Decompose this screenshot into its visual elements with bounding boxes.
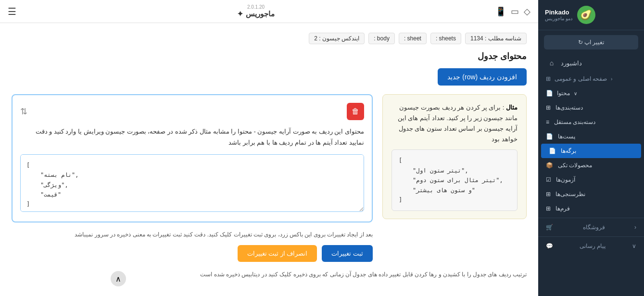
- sidebar-section-content[interactable]: 📄 محتوا ∨: [538, 86, 644, 100]
- messaging-label: پیام رسانی: [580, 243, 606, 249]
- logo-text: ماجوریس ✦: [237, 10, 274, 18]
- sidebar-item-quizzes[interactable]: ☑ آزمون‌ها: [538, 173, 644, 187]
- sidebar-item-categories[interactable]: ⊞ دسته‌بندی‌ها: [538, 100, 644, 115]
- code-example: [ "تیتر ستون اول", "تیتر مثال برای ستون …: [391, 149, 518, 211]
- delete-row-button[interactable]: 🗑: [347, 103, 364, 120]
- diamond-icon[interactable]: ◇: [524, 6, 530, 17]
- row-card: 🗑 ⇅ محتوای این ردیف به صورت آرایه جیسون …: [12, 94, 373, 222]
- sheets-tag: sheets :: [430, 33, 461, 44]
- categories-icon: ⊞: [546, 104, 551, 111]
- page-body: شناسه مطلب : 1134 sheets : sheet : body …: [0, 23, 538, 296]
- refresh-button[interactable]: ↻ تغییر اپ: [544, 35, 638, 49]
- sidebar-standalone-label: دسته‌بندی مستقل: [554, 119, 595, 125]
- sidebar-blocks-label: برگه‌ها: [561, 148, 576, 154]
- user-role: دمو ماجوریس: [545, 16, 572, 21]
- standalone-icon: ≡: [546, 119, 549, 125]
- explanation-text: مثال : برای پر کردن هر ردیف بصورت جیسون …: [391, 102, 518, 145]
- sidebar-item-dashboard-label: داشبورد: [561, 60, 582, 67]
- sidebar-surveys-label: نظرسنجی‌ها: [556, 191, 585, 197]
- username: Pinkado: [545, 9, 572, 16]
- explanation-body: : برای پر کردن هر ردیف بصورت جیسون مانند…: [398, 104, 518, 143]
- sidebar-posts-label: پست‌ها: [558, 133, 575, 140]
- home-icon: ⌂: [547, 59, 556, 67]
- sidebar-forms-label: فرم‌ها: [556, 205, 570, 212]
- sidebar: Pinkado دمو ماجوریس 🥑 ↻ تغییر اپ ⌂ داشبو…: [538, 0, 644, 296]
- topbar-left: ◇ ▭ 📱: [495, 6, 530, 17]
- quizzes-icon: ☑: [546, 176, 551, 183]
- explanation-box: مثال : برای پر کردن هر ردیف بصورت جیسون …: [382, 94, 527, 219]
- save-button[interactable]: ثبت تغییرات: [322, 245, 373, 262]
- divider-2: [538, 236, 644, 237]
- main-page-icon: ⊞: [546, 75, 551, 82]
- posts-icon: 📄: [546, 133, 553, 140]
- sidebar-section-store[interactable]: 🛒 فروشگاه ›: [538, 220, 644, 234]
- version-label: 2.0.1.20: [247, 4, 265, 10]
- row-description: محتوای این ردیف به صورت آرایه جیسون - مح…: [20, 126, 364, 148]
- store-chevron-icon: ›: [634, 224, 636, 231]
- scroll-up-button[interactable]: ∧: [111, 271, 126, 286]
- tablet-icon[interactable]: ▭: [511, 6, 519, 17]
- sort-icon[interactable]: ⇅: [20, 106, 27, 117]
- section-title: محتوای جدول: [12, 51, 527, 62]
- sidebar-categories-label: دسته‌بندی‌ها: [556, 104, 583, 111]
- chevron-right-icon: ›: [611, 76, 612, 82]
- mobile-icon[interactable]: 📱: [495, 6, 506, 17]
- forms-icon: ⊞: [546, 205, 551, 212]
- sidebar-quizzes-label: آزمون‌ها: [556, 176, 575, 183]
- chevron-down-icon: ∨: [574, 91, 577, 96]
- explanation-bold: مثال: [506, 104, 518, 111]
- messaging-icon: 💬: [546, 243, 553, 249]
- sidebar-content-label: محتوا: [557, 90, 570, 97]
- messaging-chevron-icon: ∨: [632, 243, 636, 249]
- footer-note: ترتیب ردیف های جدول را با کشیدن و رها کر…: [12, 270, 527, 280]
- sidebar-header: Pinkado دمو ماجوریس 🥑: [538, 0, 644, 30]
- sidebar-item-dashboard[interactable]: ⌂ داشبورد: [538, 54, 644, 72]
- action-buttons: ثبت تغییرات انصراف از ثبت تغییرات: [12, 245, 373, 262]
- user-info: Pinkado دمو ماجوریس: [545, 9, 572, 21]
- store-label: فروشگاه: [583, 224, 605, 231]
- row-card-header: 🗑 ⇅: [20, 103, 364, 120]
- breadcrumb-row: شناسه مطلب : 1134 sheets : sheet : body …: [12, 33, 527, 44]
- sidebar-item-posts[interactable]: 📄 پست‌ها: [538, 129, 644, 144]
- hamburger-icon[interactable]: ☰: [8, 6, 16, 17]
- json-index-tag: ایندکس جیسون : 2: [309, 33, 365, 44]
- surveys-icon: ⊞: [546, 191, 551, 197]
- topbar: ◇ ▭ 📱 2.0.1.20 ماجوریس ✦ ☰: [0, 0, 538, 23]
- products-icon: 📦: [546, 162, 553, 169]
- sidebar-item-standalone-cat[interactable]: ≡ دسته‌بندی مستقل: [538, 115, 644, 129]
- add-row-button[interactable]: افزودن ردیف (row) جدید: [438, 68, 527, 86]
- store-icon: 🛒: [546, 224, 553, 231]
- cancel-button[interactable]: انصراف از ثبت تغییرات: [238, 245, 317, 262]
- avatar: 🥑: [577, 6, 595, 24]
- sidebar-item-surveys[interactable]: ⊞ نظرسنجی‌ها: [538, 187, 644, 201]
- sidebar-item-forms[interactable]: ⊞ فرم‌ها: [538, 201, 644, 216]
- sidebar-main-label: صفحه اصلی و عمومی: [555, 75, 607, 82]
- save-note: بعد از ایجاد تغییرات بروی این باکس زرد، …: [12, 230, 373, 239]
- content-icon: 📄: [546, 90, 553, 97]
- sidebar-item-blocks[interactable]: 📄 برگه‌ها: [541, 144, 641, 158]
- sidebar-products-label: محصولات تکی: [558, 162, 592, 169]
- sheet-tag: sheet :: [399, 33, 427, 44]
- sidebar-item-products[interactable]: 📦 محصولات تکی: [538, 158, 644, 173]
- blocks-icon: 📄: [549, 148, 556, 154]
- body-tag: body :: [368, 33, 395, 44]
- divider-1: [538, 218, 644, 218]
- article-id-tag: شناسه مطلب : 1134: [465, 33, 527, 44]
- row-textarea[interactable]: [20, 154, 364, 212]
- sidebar-section-messaging[interactable]: 💬 پیام رسانی ∨: [538, 239, 644, 253]
- sidebar-section-main[interactable]: ⊞ صفحه اصلی و عمومی ›: [538, 72, 644, 86]
